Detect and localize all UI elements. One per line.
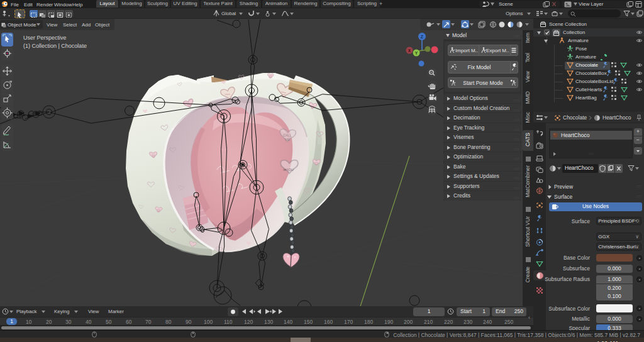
svg-text:ME: ME: [285, 138, 291, 141]
svg-text:Z: Z: [421, 35, 424, 39]
svg-text:Y: Y: [415, 51, 418, 55]
svg-text:X: X: [408, 48, 411, 53]
svg-text:I♥YOU: I♥YOU: [283, 168, 294, 172]
svg-text:CALL: CALL: [283, 133, 292, 138]
